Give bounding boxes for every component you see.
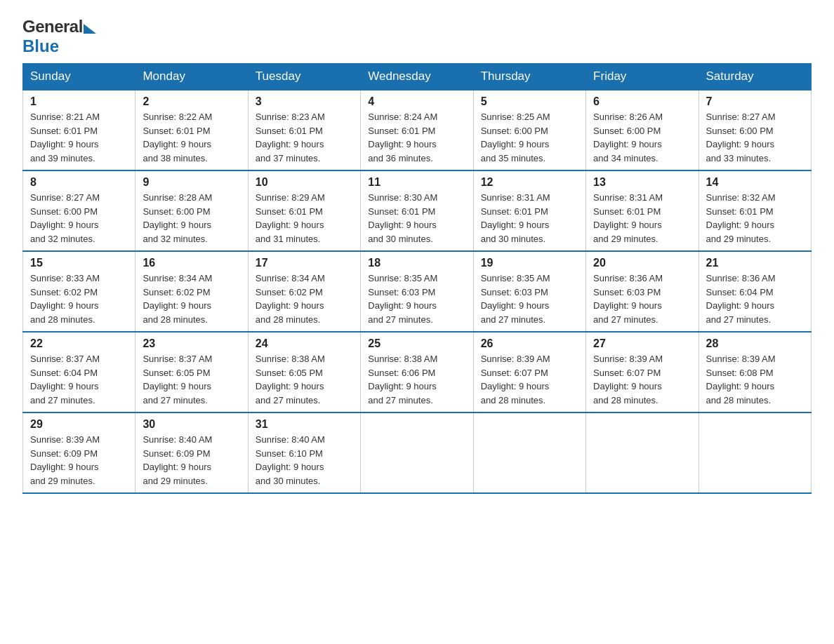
day-number: 20 [593, 257, 691, 269]
calendar-cell: 31 Sunrise: 8:40 AM Sunset: 6:10 PM Dayl… [248, 412, 360, 493]
day-info: Sunrise: 8:39 AM Sunset: 6:08 PM Dayligh… [706, 352, 804, 407]
day-info: Sunrise: 8:27 AM Sunset: 6:00 PM Dayligh… [30, 191, 128, 246]
calendar-cell: 10 Sunrise: 8:29 AM Sunset: 6:01 PM Dayl… [248, 170, 360, 251]
calendar-cell: 11 Sunrise: 8:30 AM Sunset: 6:01 PM Dayl… [361, 170, 473, 251]
day-info: Sunrise: 8:34 AM Sunset: 6:02 PM Dayligh… [143, 271, 240, 326]
day-info: Sunrise: 8:37 AM Sunset: 6:04 PM Dayligh… [30, 352, 128, 407]
day-info: Sunrise: 8:25 AM Sunset: 6:00 PM Dayligh… [481, 110, 578, 165]
calendar-cell: 29 Sunrise: 8:39 AM Sunset: 6:09 PM Dayl… [23, 412, 135, 493]
day-number: 8 [30, 176, 128, 189]
calendar-week-row: 15 Sunrise: 8:33 AM Sunset: 6:02 PM Dayl… [23, 251, 812, 332]
day-number: 2 [143, 95, 240, 108]
calendar-cell: 12 Sunrise: 8:31 AM Sunset: 6:01 PM Dayl… [473, 170, 585, 251]
day-info: Sunrise: 8:32 AM Sunset: 6:01 PM Dayligh… [706, 191, 804, 246]
day-info: Sunrise: 8:31 AM Sunset: 6:01 PM Dayligh… [481, 191, 578, 246]
day-number: 11 [368, 176, 465, 189]
day-number: 1 [30, 95, 128, 108]
day-info: Sunrise: 8:37 AM Sunset: 6:05 PM Dayligh… [143, 352, 240, 407]
calendar-cell: 14 Sunrise: 8:32 AM Sunset: 6:01 PM Dayl… [699, 170, 811, 251]
day-info: Sunrise: 8:38 AM Sunset: 6:06 PM Dayligh… [368, 352, 465, 407]
logo-blue-text: Blue [22, 36, 59, 55]
day-number: 17 [256, 257, 353, 269]
calendar-cell: 19 Sunrise: 8:35 AM Sunset: 6:03 PM Dayl… [473, 251, 585, 332]
day-number: 29 [30, 418, 128, 431]
calendar-cell: 1 Sunrise: 8:21 AM Sunset: 6:01 PM Dayli… [23, 90, 135, 170]
calendar-cell: 28 Sunrise: 8:39 AM Sunset: 6:08 PM Dayl… [699, 332, 811, 412]
day-number: 18 [368, 257, 465, 269]
calendar-day-header: Sunday [23, 64, 135, 90]
day-info: Sunrise: 8:28 AM Sunset: 6:00 PM Dayligh… [143, 191, 240, 246]
day-info: Sunrise: 8:39 AM Sunset: 6:07 PM Dayligh… [481, 352, 578, 407]
calendar-cell: 8 Sunrise: 8:27 AM Sunset: 6:00 PM Dayli… [23, 170, 135, 251]
day-number: 21 [706, 257, 804, 269]
day-number: 9 [143, 176, 240, 189]
calendar-day-header: Friday [586, 64, 699, 90]
day-info: Sunrise: 8:30 AM Sunset: 6:01 PM Dayligh… [368, 191, 465, 246]
day-info: Sunrise: 8:40 AM Sunset: 6:09 PM Dayligh… [143, 433, 240, 488]
calendar-cell: 15 Sunrise: 8:33 AM Sunset: 6:02 PM Dayl… [23, 251, 135, 332]
day-info: Sunrise: 8:26 AM Sunset: 6:00 PM Dayligh… [593, 110, 691, 165]
day-info: Sunrise: 8:33 AM Sunset: 6:02 PM Dayligh… [30, 271, 128, 326]
calendar-table: SundayMondayTuesdayWednesdayThursdayFrid… [22, 63, 812, 494]
calendar-cell: 30 Sunrise: 8:40 AM Sunset: 6:09 PM Dayl… [135, 412, 248, 493]
calendar-day-header: Saturday [699, 64, 811, 90]
calendar-cell [586, 412, 699, 493]
day-number: 6 [593, 95, 691, 108]
day-info: Sunrise: 8:21 AM Sunset: 6:01 PM Dayligh… [30, 110, 128, 165]
calendar-week-row: 8 Sunrise: 8:27 AM Sunset: 6:00 PM Dayli… [23, 170, 812, 251]
day-info: Sunrise: 8:35 AM Sunset: 6:03 PM Dayligh… [368, 271, 465, 326]
calendar-cell: 20 Sunrise: 8:36 AM Sunset: 6:03 PM Dayl… [586, 251, 699, 332]
calendar-cell: 26 Sunrise: 8:39 AM Sunset: 6:07 PM Dayl… [473, 332, 585, 412]
day-number: 13 [593, 176, 691, 189]
day-info: Sunrise: 8:36 AM Sunset: 6:04 PM Dayligh… [706, 271, 804, 326]
day-number: 5 [481, 95, 578, 108]
calendar-cell: 16 Sunrise: 8:34 AM Sunset: 6:02 PM Dayl… [135, 251, 248, 332]
calendar-week-row: 1 Sunrise: 8:21 AM Sunset: 6:01 PM Dayli… [23, 90, 812, 170]
day-info: Sunrise: 8:35 AM Sunset: 6:03 PM Dayligh… [481, 271, 578, 326]
calendar-day-header: Tuesday [248, 64, 360, 90]
logo: General Blue [22, 17, 96, 56]
day-info: Sunrise: 8:36 AM Sunset: 6:03 PM Dayligh… [593, 271, 691, 326]
day-number: 7 [706, 95, 804, 108]
calendar-cell: 25 Sunrise: 8:38 AM Sunset: 6:06 PM Dayl… [361, 332, 473, 412]
calendar-week-row: 29 Sunrise: 8:39 AM Sunset: 6:09 PM Dayl… [23, 412, 812, 493]
day-info: Sunrise: 8:38 AM Sunset: 6:05 PM Dayligh… [256, 352, 353, 407]
day-number: 24 [256, 337, 353, 350]
day-info: Sunrise: 8:40 AM Sunset: 6:10 PM Dayligh… [256, 433, 353, 488]
day-number: 26 [481, 337, 578, 350]
calendar-cell: 24 Sunrise: 8:38 AM Sunset: 6:05 PM Dayl… [248, 332, 360, 412]
day-number: 19 [481, 257, 578, 269]
day-number: 14 [706, 176, 804, 189]
calendar-day-header: Monday [135, 64, 248, 90]
day-number: 25 [368, 337, 465, 350]
calendar-cell: 21 Sunrise: 8:36 AM Sunset: 6:04 PM Dayl… [699, 251, 811, 332]
calendar-cell: 4 Sunrise: 8:24 AM Sunset: 6:01 PM Dayli… [361, 90, 473, 170]
calendar-cell [699, 412, 811, 493]
day-number: 15 [30, 257, 128, 269]
day-info: Sunrise: 8:29 AM Sunset: 6:01 PM Dayligh… [256, 191, 353, 246]
day-number: 3 [256, 95, 353, 108]
day-number: 28 [706, 337, 804, 350]
day-info: Sunrise: 8:23 AM Sunset: 6:01 PM Dayligh… [256, 110, 353, 165]
logo-triangle-icon [84, 24, 96, 34]
calendar-cell: 9 Sunrise: 8:28 AM Sunset: 6:00 PM Dayli… [135, 170, 248, 251]
day-number: 4 [368, 95, 465, 108]
day-info: Sunrise: 8:22 AM Sunset: 6:01 PM Dayligh… [143, 110, 240, 165]
day-number: 22 [30, 337, 128, 350]
calendar-day-header: Wednesday [361, 64, 473, 90]
calendar-cell: 23 Sunrise: 8:37 AM Sunset: 6:05 PM Dayl… [135, 332, 248, 412]
day-number: 30 [143, 418, 240, 431]
page-header: General Blue [22, 17, 812, 56]
day-info: Sunrise: 8:27 AM Sunset: 6:00 PM Dayligh… [706, 110, 804, 165]
calendar-cell: 5 Sunrise: 8:25 AM Sunset: 6:00 PM Dayli… [473, 90, 585, 170]
day-number: 31 [256, 418, 353, 431]
day-number: 23 [143, 337, 240, 350]
day-info: Sunrise: 8:31 AM Sunset: 6:01 PM Dayligh… [593, 191, 691, 246]
day-number: 12 [481, 176, 578, 189]
day-info: Sunrise: 8:39 AM Sunset: 6:09 PM Dayligh… [30, 433, 128, 488]
calendar-day-header: Thursday [473, 64, 585, 90]
calendar-cell: 2 Sunrise: 8:22 AM Sunset: 6:01 PM Dayli… [135, 90, 248, 170]
day-info: Sunrise: 8:39 AM Sunset: 6:07 PM Dayligh… [593, 352, 691, 407]
calendar-cell: 6 Sunrise: 8:26 AM Sunset: 6:00 PM Dayli… [586, 90, 699, 170]
calendar-header-row: SundayMondayTuesdayWednesdayThursdayFrid… [23, 64, 812, 90]
